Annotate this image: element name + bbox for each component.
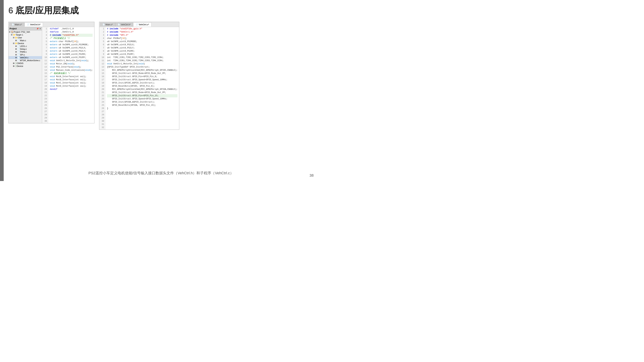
- file-icon: 📄: [12, 23, 14, 26]
- gear-icon: ⬡: [15, 62, 17, 64]
- code-line: /* PS2按键定义 */: [50, 37, 92, 40]
- code-line: extern u8 VeINPR_uint8_PS2MODE;: [50, 43, 92, 46]
- code-line: /* 电机驱动接口 */: [50, 72, 92, 75]
- main-content: 📄 Main.c* 📄 VehCtrl.h* Project 📌 ✕: [8, 22, 315, 130]
- expand-icon: ⊞: [15, 54, 17, 56]
- code-line: GPIO_InitStruct.GPIO_Mode=GPIO_Mode_Out_…: [107, 91, 178, 94]
- file-icon: 📄: [27, 23, 29, 26]
- code-line: #endif: [50, 88, 92, 91]
- code-line: RCC_APB2PeriphClockCmd(RCC_APB2Periph_GP…: [107, 88, 178, 91]
- project-tree-header: Project 📌 ✕: [8, 27, 42, 30]
- code-line: int TIM2_CCR1,TIM2_CCR2,TIM2_CCR3,TIM2_C…: [107, 56, 178, 59]
- code-line: u8 VeINPR_uint8_PS2MODE;: [107, 40, 178, 43]
- caption: PS2遥控小车定义电机使能/信号输入接口数据头文件（VehCtrl.h）和子程序…: [0, 171, 322, 176]
- expand-icon: ⊞: [15, 51, 17, 53]
- left-tabs-bar: 📄 Main.c* 📄 VehCtrl.h*: [8, 22, 94, 27]
- tree-expand-icon: ⊟: [11, 34, 12, 36]
- code-line: void VehCtrl_MotorEn_Int(void): [107, 62, 178, 65]
- code-line: GPIO_InitStruct.GPIO_Pin=GPIO_Pin_15;: [107, 94, 178, 97]
- code-line: GPIO_ResetBits(GPIOA, GPIO_Pin_15);: [107, 104, 178, 107]
- code-line: RCC_APB2PeriphClockCmd(RCC_APB2Periph_GP…: [107, 69, 178, 72]
- page-title: 6底层/应用层集成: [8, 5, 79, 16]
- list-item[interactable]: ⊟ 📁 User: [8, 36, 42, 39]
- line-numbers-right: 12345 678910 1112131415 1617181920 21222…: [99, 27, 105, 130]
- expand-icon: ⊞: [15, 56, 17, 59]
- code-line: u8 VeINPR_uint8_PS2LY;: [107, 46, 178, 50]
- list-item[interactable]: ⊞ ⬡ CMSIS: [8, 62, 42, 65]
- code-line: {GPIO_InitTypeDef GPIO_InitStruct;: [107, 65, 178, 69]
- list-item[interactable]: ⊞ 📄 LED1.c: [8, 45, 42, 48]
- code-line: void MotB_Interface(int val);: [50, 78, 92, 81]
- list-item[interactable]: ⊞ 📄 VehCtrl.c: [8, 56, 42, 59]
- expand-icon: ⊞: [13, 65, 14, 67]
- list-item[interactable]: ⊞ ⬡ Device: [8, 65, 42, 67]
- code-lines-right: # include "stm32f10x_gpio.h" # include "…: [105, 27, 179, 130]
- project-tree: Project 📌 ✕ ⊟ 🏠 Project: PS2_Veh ⊟: [8, 27, 42, 123]
- code-line: void MotC_Interface(int val);: [50, 81, 92, 85]
- code-line: extern u8 VeINPR_uint8_PS2LY;: [50, 50, 92, 53]
- expand-icon: ⊞: [15, 39, 17, 41]
- code-line: }: [107, 107, 178, 110]
- file-icon: 📄: [17, 53, 20, 56]
- file-icon: 📄: [17, 56, 20, 59]
- code-line: extern u8 VeINPR_uint8_PS2LX;: [50, 46, 92, 50]
- file-icon: 📄: [118, 23, 120, 26]
- project-icon: 🏠: [11, 31, 14, 33]
- code-lines-left: #ifndef _VehCtrl_H #define _VehCtrl_H # …: [48, 27, 94, 123]
- code-line: # include "SPI.h": [107, 34, 178, 37]
- code-line: GPIO_Init(GPIOA,&GPIO_InitStruct);: [107, 100, 178, 104]
- code-line: void MotA_Interface(int val);: [50, 75, 92, 78]
- list-item[interactable]: ⊞ 📄 Main.c: [8, 39, 42, 42]
- tab-vehctrl-c-right[interactable]: 📄 VehCtrl.c*: [133, 22, 152, 27]
- file-icon: 📄: [102, 23, 105, 26]
- close-icon[interactable]: ✕: [40, 28, 41, 30]
- code-line: void PS2_Interface(void);: [50, 65, 92, 69]
- list-item[interactable]: ⊟ 📁 Target 1: [8, 33, 42, 36]
- code-line: GPIO_InitStruct.GPIO_Pin=GPIO_Pin_0;: [107, 75, 178, 78]
- line-numbers-left: 12345 678910 1112131415 1617181920 21222…: [42, 27, 48, 123]
- list-item[interactable]: ⊞ 📄 PWM.c: [8, 50, 42, 53]
- code-line: GPIO_InitStruct.GPIO_Mode=GPIO_Mode_Out_…: [107, 72, 178, 75]
- vehctrl-c-code-area: 12345 678910 1112131415 1617181920 21222…: [99, 27, 179, 130]
- code-line: GPIO_InitStruct.GPIO_Speed=GPIO_Speed_10…: [107, 78, 178, 81]
- code-line: GPIO_Init(GPIOC,&GPIO_InitStruct);: [107, 81, 178, 85]
- list-item[interactable]: ⊟ 📁 Device: [8, 42, 42, 45]
- page-number: 38: [310, 173, 314, 178]
- list-item[interactable]: ⊞ 📄 Delay.c: [8, 48, 42, 50]
- tree-expand-icon: ⊟: [13, 42, 14, 44]
- file-icon: 📄: [17, 59, 20, 62]
- code-line: void Manual_Code_initialize(void);: [50, 69, 92, 72]
- code-line: #ifndef _VehCtrl_H: [50, 27, 92, 30]
- code-line: void VehCtrl_MotorEn_Int(void);: [50, 59, 92, 62]
- tab-vehctrl-h-right[interactable]: 📄 VehCtrl.h*: [115, 22, 133, 26]
- list-item[interactable]: ⊞ 📄 MTSR_MotionSolve.c: [8, 59, 42, 62]
- right-tabs-bar: 📄 Main.c* 📄 VehCtrl.h* 📄 VehCtrl.c*: [99, 22, 179, 27]
- expand-icon: ⊞: [15, 59, 17, 61]
- code-line: u8 VeINPR_uint8_PS2RY;: [107, 53, 178, 56]
- code-line: GPIO_InitStruct.GPIO_Speed=GPIO_Speed_10…: [107, 97, 178, 100]
- gear-icon: ⬡: [15, 65, 17, 67]
- panels-wrapper: 📄 Main.c* 📄 VehCtrl.h* Project 📌 ✕: [8, 22, 179, 130]
- title-number: 6: [8, 5, 13, 15]
- code-line: GPIO_ResetBits(GPIOC, GPIO_Pin_0);: [107, 85, 178, 88]
- code-line: int TIM4_CCR1,TIM4_CCR2,TIM4_CCR3,TIM4_C…: [107, 59, 178, 62]
- file-icon: 📄: [17, 39, 20, 42]
- code-line: void MotD_Interface(int val);: [50, 85, 92, 88]
- list-item[interactable]: ⊟ 🏠 Project: PS2_Veh: [8, 30, 42, 33]
- expand-icon: ⊞: [13, 62, 14, 64]
- code-line: # include "stm32f10x_gpio.h": [107, 27, 178, 30]
- code-line: u8 VeINPR_uint8_PS2RX;: [107, 50, 178, 53]
- left-ide-panel: 📄 Main.c* 📄 VehCtrl.h* Project 📌 ✕: [8, 22, 94, 123]
- list-item[interactable]: ⊞ 📄 SPI.c: [8, 53, 42, 56]
- file-icon: 📄: [136, 23, 138, 26]
- code-line: extern u8 VeINPR_uint8_PS2RX;: [50, 53, 92, 56]
- tree-expand-icon: ⊟: [13, 36, 14, 39]
- code-line: # include "stm32f10x.h": [50, 34, 92, 37]
- expand-icon: ⊞: [15, 48, 17, 50]
- pin-icon: 📌: [36, 28, 39, 30]
- tab-main-c-right[interactable]: 📄 Main.c*: [100, 22, 115, 26]
- tab-main-c-left[interactable]: 📄 Main.c*: [9, 22, 24, 26]
- tab-vehctrl-h-left[interactable]: 📄 VehCtrl.h*: [24, 22, 43, 27]
- code-line: char PS2Buf[10];: [107, 37, 178, 40]
- tree-expand-icon: ⊟: [9, 31, 10, 33]
